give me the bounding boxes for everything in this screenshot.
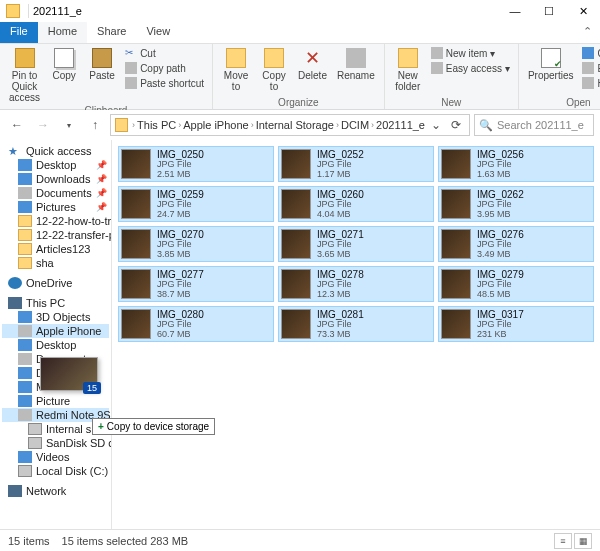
navigation-tree[interactable]: ★Quick access Desktop📌 Downloads📌 Docume… bbox=[0, 140, 112, 529]
rename-label: Rename bbox=[337, 70, 375, 81]
window-title: 202111_e bbox=[33, 5, 498, 17]
documents-icon bbox=[18, 187, 32, 199]
tree-pictures[interactable]: Pictures📌 bbox=[2, 200, 109, 214]
file-item[interactable]: IMG_0252JPG File1.17 MB bbox=[278, 146, 434, 182]
file-item[interactable]: IMG_0260JPG File4.04 MB bbox=[278, 186, 434, 222]
tree-pictures-2[interactable]: Picture bbox=[2, 394, 109, 408]
new-item-button[interactable]: New item▾ bbox=[429, 46, 512, 60]
copy-path-button[interactable]: Copy path bbox=[123, 61, 206, 75]
chevron-right-icon: › bbox=[336, 120, 339, 130]
tree-desktop-2[interactable]: Desktop bbox=[2, 338, 109, 352]
tree-sandisk[interactable]: SanDisk SD card bbox=[2, 436, 109, 450]
pin-to-quick-access-button[interactable]: Pin to Quick access bbox=[6, 46, 43, 105]
breadcrumb-dropdown-icon[interactable]: ⌄ bbox=[427, 118, 445, 132]
tree-apple-iphone[interactable]: Apple iPhone bbox=[2, 324, 109, 338]
cut-button[interactable]: ✂Cut bbox=[123, 46, 206, 60]
tree-redmi[interactable]: Redmi Note 9S bbox=[2, 408, 109, 422]
forward-button[interactable]: → bbox=[32, 114, 54, 136]
tree-downloads[interactable]: Downloads📌 bbox=[2, 172, 109, 186]
file-thumbnail bbox=[121, 309, 151, 339]
file-item[interactable]: IMG_0278JPG File12.3 MB bbox=[278, 266, 434, 302]
window-maximize-button[interactable]: ☐ bbox=[532, 0, 566, 22]
chevron-down-icon: ▾ bbox=[505, 63, 510, 74]
move-to-button[interactable]: Move to bbox=[219, 46, 253, 94]
tab-home[interactable]: Home bbox=[38, 22, 87, 43]
file-item[interactable]: IMG_0271JPG File3.65 MB bbox=[278, 226, 434, 262]
tree-downloads-2[interactable]: Downlo bbox=[2, 366, 109, 380]
window-minimize-button[interactable]: — bbox=[498, 0, 532, 22]
tree-quick-access[interactable]: ★Quick access bbox=[2, 144, 109, 158]
tree-network[interactable]: Network bbox=[2, 484, 109, 498]
chevron-down-icon: ▾ bbox=[490, 48, 495, 59]
sd-card-icon bbox=[28, 437, 42, 449]
up-button[interactable]: ↑ bbox=[84, 114, 106, 136]
copy-to-button[interactable]: Copy to bbox=[257, 46, 291, 94]
crumb-device[interactable]: Apple iPhone bbox=[183, 119, 248, 131]
tiles-view-button[interactable]: ▦ bbox=[574, 533, 592, 549]
tree-this-pc[interactable]: This PC bbox=[2, 296, 109, 310]
tree-folder-4[interactable]: sha bbox=[2, 256, 109, 270]
file-item[interactable]: IMG_0276JPG File3.49 MB bbox=[438, 226, 594, 262]
refresh-icon[interactable]: ⟳ bbox=[447, 118, 465, 132]
crumb-this-pc[interactable]: This PC bbox=[137, 119, 176, 131]
file-item[interactable]: IMG_0317JPG File231 KB bbox=[438, 306, 594, 342]
open-button[interactable]: Open▾ bbox=[580, 46, 600, 60]
file-item[interactable]: IMG_0256JPG File1.63 MB bbox=[438, 146, 594, 182]
tab-view[interactable]: View bbox=[136, 22, 180, 43]
tree-documents[interactable]: Documents📌 bbox=[2, 186, 109, 200]
file-list[interactable]: IMG_0250JPG File2.51 MBIMG_0252JPG File1… bbox=[112, 140, 600, 529]
rename-button[interactable]: Rename bbox=[334, 46, 378, 83]
tree-onedrive[interactable]: OneDrive bbox=[2, 276, 109, 290]
file-tab[interactable]: File bbox=[0, 22, 38, 43]
tree-folder-2[interactable]: 12-22-transfer-photos- bbox=[2, 228, 109, 242]
file-name: IMG_0281 bbox=[317, 309, 364, 320]
tree-music[interactable]: Music bbox=[2, 380, 109, 394]
search-input[interactable]: 🔍 Search 202111_e bbox=[474, 114, 594, 136]
ribbon-collapse-icon[interactable]: ⌃ bbox=[575, 22, 600, 43]
tree-internal-storage[interactable]: Internal shared storage bbox=[2, 422, 109, 436]
file-item[interactable]: IMG_0281JPG File73.3 MB bbox=[278, 306, 434, 342]
back-button[interactable]: ← bbox=[6, 114, 28, 136]
details-view-button[interactable]: ≡ bbox=[554, 533, 572, 549]
paste-shortcut-button[interactable]: Paste shortcut bbox=[123, 76, 206, 90]
file-item[interactable]: IMG_0277JPG File38.7 MB bbox=[118, 266, 274, 302]
tree-folder-1[interactable]: 12-22-how-to-transfer- bbox=[2, 214, 109, 228]
file-item[interactable]: IMG_0279JPG File48.5 MB bbox=[438, 266, 594, 302]
onedrive-icon bbox=[8, 277, 22, 289]
file-item[interactable]: IMG_0262JPG File3.95 MB bbox=[438, 186, 594, 222]
main-split: ★Quick access Desktop📌 Downloads📌 Docume… bbox=[0, 140, 600, 529]
tree-local-disk[interactable]: Local Disk (C:) bbox=[2, 464, 109, 478]
tree-desktop[interactable]: Desktop📌 bbox=[2, 158, 109, 172]
address-bar: ← → ▾ ↑ › This PC › Apple iPhone › Inter… bbox=[0, 110, 600, 140]
breadcrumb[interactable]: › This PC › Apple iPhone › Internal Stor… bbox=[110, 114, 470, 136]
easy-access-button[interactable]: Easy access▾ bbox=[429, 61, 512, 75]
copy-button[interactable]: Copy bbox=[47, 46, 81, 83]
crumb-storage[interactable]: Internal Storage bbox=[256, 119, 334, 131]
tree-label: sha bbox=[36, 257, 54, 269]
crumb-dcim[interactable]: DCIM bbox=[341, 119, 369, 131]
group-label-open: Open bbox=[525, 97, 600, 109]
file-item[interactable]: IMG_0259JPG File24.7 MB bbox=[118, 186, 274, 222]
edit-button[interactable]: Edit bbox=[580, 61, 600, 75]
new-folder-button[interactable]: New folder bbox=[391, 46, 425, 94]
paste-icon bbox=[92, 48, 112, 68]
tree-documents-2[interactable]: Documents bbox=[2, 352, 109, 366]
file-thumbnail bbox=[441, 189, 471, 219]
tree-videos[interactable]: Videos bbox=[2, 450, 109, 464]
properties-button[interactable]: ✔Properties bbox=[525, 46, 577, 83]
group-label-new: New bbox=[391, 97, 512, 109]
file-name: IMG_0250 bbox=[157, 149, 204, 160]
window-close-button[interactable]: ✕ bbox=[566, 0, 600, 22]
delete-button[interactable]: ✕Delete bbox=[295, 46, 330, 83]
file-item[interactable]: IMG_0270JPG File3.85 MB bbox=[118, 226, 274, 262]
history-button[interactable]: History bbox=[580, 76, 600, 90]
file-item[interactable]: IMG_0280JPG File60.7 MB bbox=[118, 306, 274, 342]
paste-button[interactable]: Paste bbox=[85, 46, 119, 83]
tree-3d-objects[interactable]: 3D Objects bbox=[2, 310, 109, 324]
tree-folder-3[interactable]: Articles123 bbox=[2, 242, 109, 256]
crumb-current[interactable]: 202111_e bbox=[376, 119, 425, 131]
file-name: IMG_0276 bbox=[477, 229, 524, 240]
file-item[interactable]: IMG_0250JPG File2.51 MB bbox=[118, 146, 274, 182]
recent-locations-button[interactable]: ▾ bbox=[58, 114, 80, 136]
tab-share[interactable]: Share bbox=[87, 22, 136, 43]
